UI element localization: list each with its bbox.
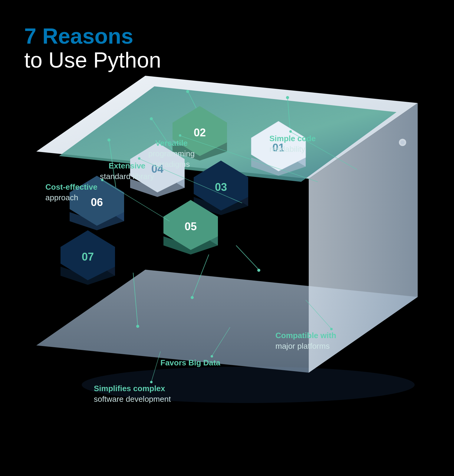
label-simple: Simple code readability: [269, 133, 316, 155]
label-simplifies: Simplifies complex software development: [94, 383, 171, 404]
svg-line-16: [236, 245, 259, 270]
label-costeffective: Cost-effective approach: [45, 182, 97, 203]
label-favors: Favors Big Data: [160, 358, 220, 368]
label-versatile: Versatile programming paradigms: [148, 138, 195, 170]
label-compatible: Compatible with major platforms: [275, 330, 336, 351]
svg-point-7: [400, 140, 405, 145]
title-block: 7 Reasons to Use Python: [24, 24, 161, 72]
svg-point-11: [286, 96, 289, 99]
title-line1: 7 Reasons: [24, 24, 161, 48]
svg-point-19: [191, 296, 194, 299]
svg-point-13: [150, 117, 153, 120]
svg-marker-0: [0, 67, 24, 85]
label-extensive: Extensive standard library: [100, 161, 154, 182]
svg-text:05: 05: [185, 220, 197, 233]
svg-text:03: 03: [215, 181, 227, 193]
main-illustration: 01 02 03 04 05: [0, 67, 454, 476]
svg-point-17: [257, 269, 260, 272]
svg-point-9: [186, 90, 189, 93]
page-container: 7 Reasons to Use Python: [0, 0, 454, 476]
svg-point-21: [136, 325, 139, 328]
svg-text:07: 07: [82, 251, 94, 263]
svg-text:02: 02: [194, 126, 206, 139]
svg-point-15: [107, 138, 110, 141]
